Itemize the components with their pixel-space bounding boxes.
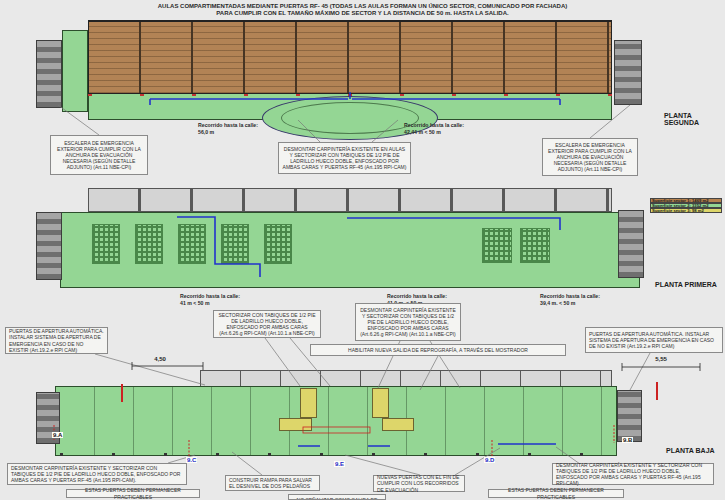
sector3-room-yellow-2 xyxy=(382,418,414,431)
marker-9D: 9.D xyxy=(484,457,495,463)
sector3-stair-yellow-1 xyxy=(300,388,317,418)
note-puertas-apertura-izq: PUERTAS DE APERTURA AUTOMÁTICA. INSTALAR… xyxy=(5,327,108,354)
sector3-stair-yellow-2 xyxy=(372,388,389,418)
floor-label-planta-baja: PLANTA BAJA xyxy=(666,447,715,454)
stair-tower-right-baja xyxy=(617,390,642,442)
sector-area-legend: Superficie sector 1: 1469 m2 Superficie … xyxy=(650,198,722,213)
note-desmontar-baja-der: DESMONTAR CARPINTERÍA EXISTENTE Y SECTOR… xyxy=(552,463,714,485)
classroom-seats xyxy=(178,224,206,264)
classroom-seats xyxy=(520,228,550,263)
route-note-primera-3: Recorrido hasta la calle: 39,4 m. < 50 m xyxy=(540,293,625,307)
sheet-title-line2: PARA CUMPLIR CON EL TAMAÑO MÁXIMO DE SEC… xyxy=(0,10,725,17)
annex-left-segunda xyxy=(62,30,88,112)
amphitheater-inner-curve xyxy=(281,102,419,134)
route-label: Recorrido hasta la calle: xyxy=(198,122,278,129)
route-value: 42,44 m < 50 m xyxy=(404,129,494,136)
floor-label-planta-primera: PLANTA PRIMERA xyxy=(655,281,717,288)
note-desmontar-sectorizar-primera: DESMONTAR CARPINTERÍA EXISTENTE Y SECTOR… xyxy=(355,303,461,341)
note-reprografia: HABILITAR NUEVA SALIDA DE REPROGRAFÍA, A… xyxy=(310,344,566,356)
classroom-seats xyxy=(264,224,292,264)
walkway-band-primera xyxy=(88,188,612,212)
note-construir-rampa: CONSTRUIR RAMPA PARA SALVAR EL DESNIVEL … xyxy=(225,475,320,491)
route-value: 41 m < 50 m xyxy=(180,300,260,307)
route-value: 39,4 m. < 50 m xyxy=(540,300,625,307)
note-puertas-apertura-der: PUERTAS DE APERTURA AUTOMÁTICA. INSTALAR… xyxy=(585,327,723,353)
note-no-senalizar: NO SEÑALIZAR COMO SALIDA DE EMERGENCIA xyxy=(288,494,386,500)
note-practicables-izq: ESTAS PUERTAS DEBEN PERMANECER PRACTICAB… xyxy=(66,489,200,498)
stair-tower-left-primera xyxy=(36,212,62,280)
route-label: Recorrido hasta la calle: xyxy=(387,293,472,300)
sector3-room-yellow-1 xyxy=(279,418,312,431)
route-note-segunda-2: Recorrido hasta la calle: 42,44 m < 50 m xyxy=(404,122,494,136)
note-emergency-stair-right: ESCALERA DE EMERGENCIA EXTERIOR PARA CUM… xyxy=(542,138,638,176)
route-note-primera-1: Recorrido hasta la calle: 41 m < 50 m xyxy=(180,293,260,307)
note-emergency-stair-left: ESCALERA DE EMERGENCIA EXTERIOR PARA CUM… xyxy=(50,135,148,175)
classroom-seats xyxy=(482,228,512,263)
architectural-plan-sheet: { "title": { "line1": "AULAS COMPARTIMEN… xyxy=(0,0,725,500)
marker-9A: 9.A xyxy=(52,432,63,438)
facade-columns-baja xyxy=(60,453,612,456)
stair-tower-left-segunda xyxy=(36,40,62,108)
floor-body-baja xyxy=(55,386,617,456)
note-practicables-der: ESTAS PUERTAS DEBEN PERMANECER PRACTICAB… xyxy=(488,489,624,498)
note-nuevas-puertas: NUEVAS PUERTAS CON EL FIN DE CUMPLIR CON… xyxy=(373,475,465,492)
top-rooms-band-baja xyxy=(200,370,612,387)
dimension-4-50: 4,50 xyxy=(135,356,185,362)
floor-label-planta-segunda: PLANTA SEGUNDA xyxy=(664,112,725,126)
classroom-seats xyxy=(135,224,163,264)
dimension-5-55: 5,55 xyxy=(636,356,686,362)
note-sectorizar-tabiques: SECTORIZAR CON TABIQUES DE 1/2 PIE DE LA… xyxy=(213,310,321,338)
sheet-title-line1: AULAS COMPARTIMENTADAS MEDIANTE PUERTAS … xyxy=(0,3,725,10)
stair-tower-right-segunda xyxy=(614,40,642,105)
route-label: Recorrido hasta la calle: xyxy=(404,122,494,129)
marker-9C: 9.C xyxy=(186,457,197,463)
note-desmontar-baja-izq: DESMONTAR CARPINTERÍA EXISTENTE Y SECTOR… xyxy=(7,463,187,485)
marker-9B: 9.B xyxy=(622,437,633,443)
legend-sector-3: Superficie sector 3: 98 m2 xyxy=(650,208,722,213)
classroom-band-segunda xyxy=(88,20,612,94)
classroom-seats xyxy=(92,224,120,264)
route-label: Recorrido hasta la calle: xyxy=(540,293,625,300)
marker-9E: 9.E xyxy=(334,461,345,467)
route-label: Recorrido hasta la calle: xyxy=(180,293,260,300)
route-value: 56,0 m xyxy=(198,129,278,136)
stair-tower-right-primera xyxy=(618,210,644,278)
classroom-seats xyxy=(221,224,249,264)
note-desmontar-aulas: DESMONTAR CARPINTERÍA EXISTENTE EN AULAS… xyxy=(278,142,411,174)
route-note-segunda-1: Recorrido hasta la calle: 56,0 m xyxy=(198,122,278,136)
